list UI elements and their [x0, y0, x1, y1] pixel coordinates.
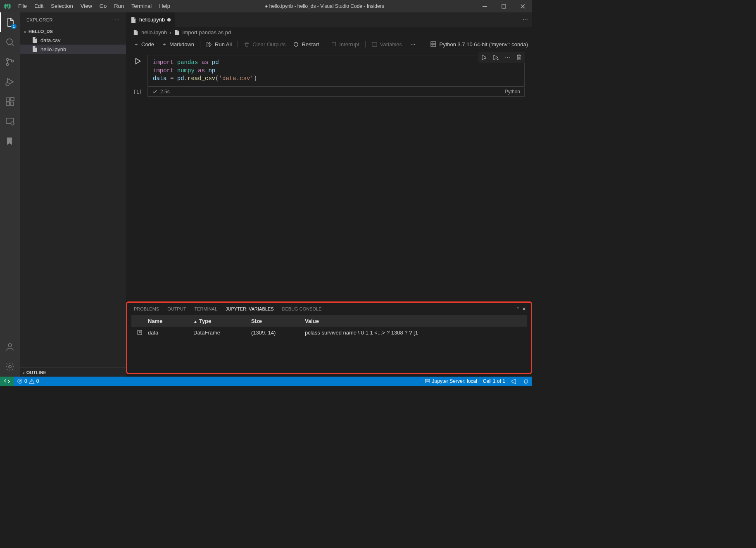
run-cell-icon[interactable]: [134, 57, 141, 65]
header-size[interactable]: Size: [251, 318, 305, 324]
accounts-icon[interactable]: [0, 337, 20, 357]
panel-collapse-icon[interactable]: ⌃: [516, 306, 520, 312]
notebook-toolbar: ＋Code ＋Markdown Run All Clear Outputs Re…: [126, 38, 532, 51]
jupyter-server-button[interactable]: Jupyter Server: local: [422, 377, 480, 386]
menu-edit[interactable]: Edit: [31, 0, 47, 12]
cell-language[interactable]: Python: [505, 89, 520, 95]
tab-debug-console[interactable]: DEBUG CONSOLE: [278, 304, 326, 314]
plus-icon: ＋: [133, 40, 139, 48]
add-code-button[interactable]: ＋Code: [130, 39, 157, 49]
restart-icon: [293, 41, 299, 47]
source-control-icon[interactable]: [0, 52, 20, 72]
tab-actions: ⋯: [518, 12, 532, 27]
clear-outputs-button[interactable]: Clear Outputs: [240, 40, 289, 49]
tab-problems[interactable]: PROBLEMS: [130, 304, 163, 314]
restart-button[interactable]: Restart: [290, 40, 322, 49]
run-cell-button[interactable]: [479, 52, 489, 62]
exec-count: [1]: [131, 89, 144, 95]
code-editor[interactable]: import pandas as pd import numpy as np d…: [147, 55, 525, 87]
remote-explorer-icon[interactable]: [0, 111, 20, 131]
svg-point-6: [6, 83, 9, 86]
title-bar: File Edit Selection View Go Run Terminal…: [0, 0, 532, 12]
run-all-button[interactable]: Run All: [203, 40, 235, 49]
notifications-button[interactable]: [520, 377, 532, 386]
file-label: hello.ipynb: [40, 46, 66, 52]
plus-icon: ＋: [162, 40, 167, 48]
feedback-button[interactable]: [508, 377, 520, 386]
search-icon[interactable]: [0, 32, 20, 52]
header-name[interactable]: Name: [148, 318, 193, 324]
breadcrumb-symbol[interactable]: import pandas as pd: [183, 29, 231, 36]
breadcrumb[interactable]: hello.ipynb › import pandas as pd: [126, 27, 532, 38]
header-value[interactable]: Value: [305, 318, 527, 324]
add-markdown-label: Markdown: [169, 41, 194, 47]
menu-view[interactable]: View: [77, 0, 96, 12]
svg-point-2: [7, 39, 12, 45]
menu-help[interactable]: Help: [155, 0, 174, 12]
svg-point-4: [7, 64, 9, 66]
file-item-hello-ipynb[interactable]: hello.ipynb: [20, 45, 126, 54]
menu-file[interactable]: File: [14, 0, 31, 12]
maximize-button[interactable]: [494, 0, 513, 12]
variables-label: Variables: [380, 41, 402, 47]
menu-selection[interactable]: Selection: [47, 0, 76, 12]
menu-run[interactable]: Run: [110, 0, 128, 12]
delete-cell-button[interactable]: [514, 52, 524, 62]
run-all-label: Run All: [215, 41, 232, 47]
notebook-body[interactable]: ⋯ import pandas as pd import numpy as np…: [126, 51, 532, 301]
run-debug-icon[interactable]: [0, 72, 20, 92]
settings-icon[interactable]: [0, 357, 20, 377]
tab-hello-ipynb[interactable]: hello.ipynb: [126, 12, 175, 27]
run-below-button[interactable]: [491, 52, 501, 62]
menu-go[interactable]: Go: [96, 0, 110, 12]
cell-position[interactable]: Cell 1 of 1: [480, 377, 508, 386]
breadcrumb-file[interactable]: hello.ipynb: [141, 29, 167, 36]
minimize-button[interactable]: [475, 0, 494, 12]
remote-button[interactable]: [0, 377, 14, 386]
add-markdown-button[interactable]: ＋Markdown: [158, 39, 197, 49]
folder-header[interactable]: ⌄ HELLO_DS: [20, 27, 126, 36]
interrupt-button[interactable]: Interrupt: [328, 40, 362, 49]
status-bar: 0 0 Jupyter Server: local Cell 1 of 1: [0, 377, 532, 386]
file-icon: [31, 46, 38, 52]
dirty-indicator-icon: [167, 18, 171, 21]
server-icon: [430, 41, 437, 47]
sort-asc-icon: ▲: [193, 319, 197, 324]
kernel-selector[interactable]: Python 3.7.10 64-bit ('myenv': conda): [430, 41, 528, 47]
tab-output[interactable]: OUTPUT: [163, 304, 190, 314]
toolbar-more-button[interactable]: ⋯: [407, 40, 419, 49]
file-item-data-csv[interactable]: data.csv: [20, 36, 126, 45]
extensions-icon[interactable]: [0, 92, 20, 111]
svg-rect-18: [431, 45, 436, 47]
more-icon[interactable]: ⋯: [523, 17, 528, 23]
sidebar-more-icon[interactable]: ⋯: [115, 17, 120, 22]
tab-jupyter-variables[interactable]: JUPYTER: VARIABLES: [221, 304, 278, 314]
variables-icon: [371, 41, 378, 47]
window-controls: [475, 0, 532, 12]
bookmark-icon[interactable]: [0, 131, 20, 151]
svg-rect-16: [372, 42, 377, 46]
variable-row[interactable]: data DataFrame (1309, 14) pclass survive…: [131, 327, 527, 338]
panel-close-icon[interactable]: ✕: [522, 306, 526, 312]
cell-more-button[interactable]: ⋯: [502, 52, 512, 62]
errors-button[interactable]: 0 0: [14, 377, 42, 386]
var-value: pclass survived name \ 0 1 1 <...> ? 130…: [305, 330, 527, 336]
explorer-badge: 1: [11, 24, 17, 29]
var-type: DataFrame: [193, 330, 251, 336]
header-type[interactable]: ▲Type: [193, 318, 251, 324]
megaphone-icon: [511, 378, 517, 384]
tab-terminal[interactable]: TERMINAL: [190, 304, 221, 314]
close-button[interactable]: [513, 0, 532, 12]
run-all-icon: [206, 41, 212, 47]
panel-tabs: PROBLEMS OUTPUT TERMINAL JUPYTER: VARIAB…: [127, 303, 531, 315]
svg-point-14: [9, 365, 11, 368]
clear-icon: [244, 41, 250, 47]
bell-icon: [523, 378, 529, 384]
var-size: (1309, 14): [251, 330, 305, 336]
open-variable-icon[interactable]: [131, 329, 148, 336]
menu-terminal[interactable]: Terminal: [128, 0, 155, 12]
outline-section[interactable]: › OUTLINE: [20, 368, 126, 377]
outline-label: OUTLINE: [26, 370, 46, 375]
explorer-icon[interactable]: 1: [0, 12, 20, 32]
variables-button[interactable]: Variables: [368, 40, 405, 49]
